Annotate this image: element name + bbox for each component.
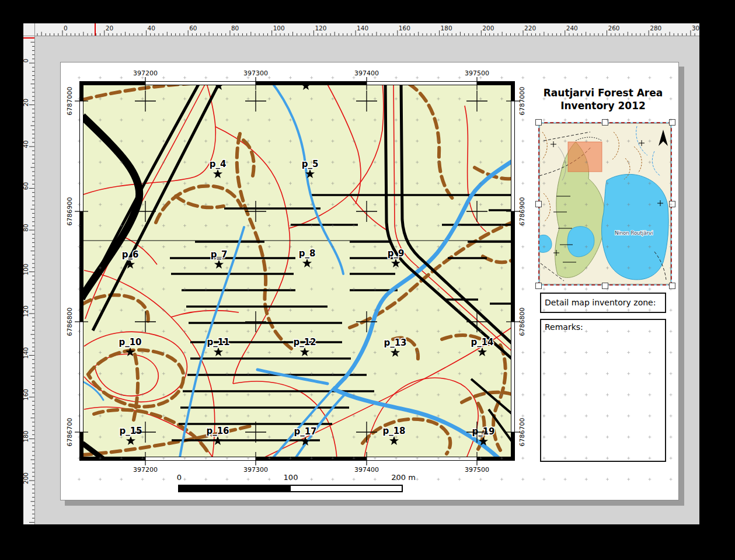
- selection-handle[interactable]: [535, 283, 542, 289]
- sample-point-label: p_15: [119, 426, 142, 436]
- sample-point-label: p_13: [384, 338, 406, 348]
- grid-label-northing: 6786800: [66, 308, 74, 336]
- ruler-number: 160: [23, 389, 29, 401]
- scalebar-label: 100: [284, 473, 298, 482]
- grid-label-northing: 6786700: [66, 418, 74, 447]
- overview-map-item[interactable]: Ninon Routjärvi: [538, 122, 672, 286]
- ruler-number: 240: [566, 25, 578, 32]
- scalebar-label: 200 m: [391, 473, 416, 482]
- grid-label-easting: 397400: [354, 69, 379, 77]
- sample-point-label: p_10: [119, 337, 141, 347]
- grid-label-easting: 397500: [465, 466, 489, 474]
- remarks-label: Remarks:: [545, 322, 583, 332]
- ruler-number: 100: [273, 25, 285, 32]
- grid-label-northing: 6786700: [518, 418, 526, 447]
- grid-label-northing: 6787000: [66, 87, 74, 116]
- sample-point-label: p_14: [471, 337, 493, 347]
- sample-point-label: p_17: [294, 426, 316, 437]
- scalebar-item[interactable]: 0100200 m: [178, 471, 436, 492]
- layout-canvas[interactable]: p_4p_5p_6p_7p_8p_9p_10p_11p_12p_13p_14p_…: [35, 36, 699, 524]
- qgis-layout-window: p_4p_5p_6p_7p_8p_9p_10p_11p_12p_13p_14p_…: [0, 0, 735, 560]
- cursor-position-marker-x: [95, 23, 96, 36]
- sample-point-label: p_16: [206, 426, 229, 436]
- ruler-number: 40: [147, 25, 155, 32]
- sample-point-label: p_12: [293, 337, 316, 347]
- selection-handle[interactable]: [602, 119, 608, 126]
- title-line2: Inventory 2012: [538, 99, 668, 112]
- ruler-number: 180: [441, 25, 452, 32]
- grid-label-northing: 6787000: [518, 87, 526, 116]
- ruler-number: 200: [23, 472, 29, 484]
- selection-handle[interactable]: [535, 119, 542, 126]
- grid-label-northing: 6786900: [518, 197, 526, 226]
- main-map-item[interactable]: p_4p_5p_6p_7p_8p_9p_10p_11p_12p_13p_14p_…: [79, 81, 515, 461]
- ruler-number: 20: [23, 99, 29, 106]
- selection-handle[interactable]: [602, 283, 608, 289]
- title-line1: Rautjarvi Forest Area: [538, 86, 668, 99]
- remarks-item[interactable]: Remarks:: [540, 319, 666, 462]
- grid-label-easting: 397500: [465, 69, 489, 77]
- scalebar-bar: [178, 485, 403, 492]
- ruler-number: 140: [23, 347, 29, 359]
- sample-point-label: p_18: [382, 426, 405, 436]
- cursor-position-marker-y: [23, 37, 34, 39]
- ruler-number: 260: [608, 25, 619, 32]
- layout-page[interactable]: p_4p_5p_6p_7p_8p_9p_10p_11p_12p_13p_14p_…: [60, 62, 679, 500]
- grid-label-easting: 397300: [243, 69, 268, 77]
- ruler-horizontal: 0204060801001201401601802002202402602803…: [23, 23, 699, 36]
- ruler-number: 180: [23, 430, 29, 442]
- sample-point-label: p_9: [388, 248, 405, 259]
- ruler-number: 120: [315, 25, 326, 32]
- selection-handle[interactable]: [669, 283, 675, 289]
- ruler-corner: [23, 23, 35, 36]
- page-shadow-right: [679, 67, 684, 506]
- ruler-vertical: 020406080100120140160180200: [23, 36, 35, 524]
- scalebar-label: 0: [177, 473, 182, 482]
- ruler-number: 80: [23, 224, 29, 231]
- selection-handle[interactable]: [535, 201, 542, 207]
- main-map-canvas: p_4p_5p_6p_7p_8p_9p_10p_11p_12p_13p_14p_…: [79, 81, 515, 461]
- grid-label-easting: 397200: [133, 466, 158, 474]
- layout-title[interactable]: Rautjarvi Forest Area Inventory 2012: [538, 86, 668, 112]
- grid-label-northing: 6786800: [518, 308, 526, 336]
- ruler-number: 160: [399, 25, 410, 32]
- ruler-number: 0: [23, 59, 29, 63]
- sample-point-label: p_5: [302, 159, 319, 169]
- selection-dashes: [538, 122, 672, 286]
- ruler-number: 120: [23, 305, 29, 317]
- ruler-number: 60: [23, 182, 29, 190]
- ruler-number: 80: [231, 25, 239, 32]
- sample-point-label: p_6: [122, 249, 139, 260]
- ruler-number: 300: [692, 25, 699, 32]
- selection-handle[interactable]: [669, 201, 675, 207]
- sample-point-label: p_19: [472, 426, 494, 437]
- ruler-number: 100: [23, 263, 29, 275]
- detail-zone-label-item[interactable]: Detail map inventory zone:: [540, 293, 666, 313]
- ruler-number: 200: [482, 25, 494, 32]
- ruler-number: 140: [357, 25, 368, 32]
- sample-point-label: p_4: [210, 159, 227, 169]
- sample-point-label: p_7: [211, 249, 228, 260]
- grid-label-easting: 397200: [133, 69, 158, 77]
- ruler-number: 40: [23, 140, 29, 148]
- sample-point-label: p_11: [207, 337, 229, 347]
- ruler-number: 0: [64, 25, 68, 32]
- detail-zone-label: Detail map inventory zone:: [545, 298, 656, 307]
- page-shadow-bottom: [65, 500, 684, 506]
- selection-handle[interactable]: [669, 119, 675, 126]
- grid-label-northing: 6786900: [66, 197, 74, 226]
- ruler-number: 20: [106, 25, 113, 32]
- ruler-number: 220: [524, 25, 536, 32]
- ruler-number: 280: [650, 25, 661, 32]
- ruler-number: 60: [189, 25, 197, 32]
- sample-point-label: p_8: [299, 248, 316, 259]
